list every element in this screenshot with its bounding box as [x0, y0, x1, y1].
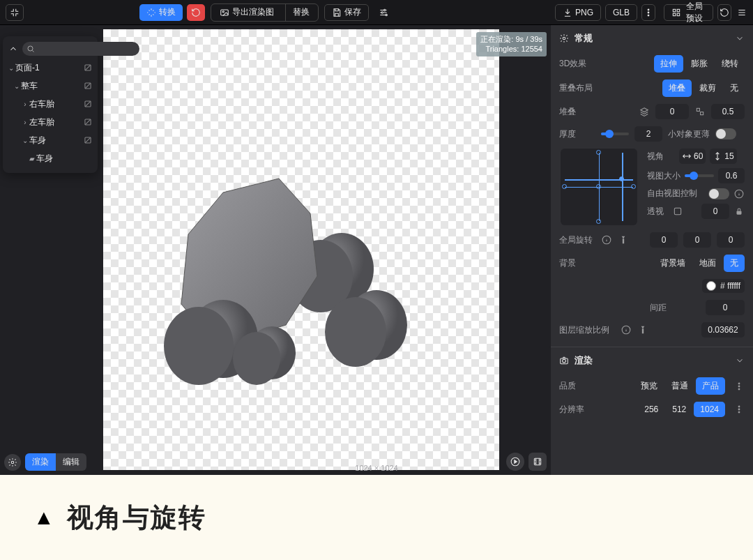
- hierarchy-item-label: 左车胎: [29, 116, 82, 128]
- svg-rect-37: [674, 208, 680, 214]
- stack-value2[interactable]: 0.5: [711, 104, 745, 119]
- info-icon[interactable]: [733, 188, 745, 199]
- freeview-toggle[interactable]: [708, 188, 729, 199]
- rot-y[interactable]: 0: [683, 232, 711, 248]
- save-label: 保存: [344, 6, 361, 18]
- section-render-title: 渲染: [575, 354, 593, 367]
- section-render-header[interactable]: 渲染: [551, 347, 753, 374]
- viewport-settings-button[interactable]: [4, 454, 21, 471]
- image-export-icon: [220, 8, 229, 17]
- rot-z[interactable]: 0: [717, 232, 745, 248]
- settings-toggle-button[interactable]: [374, 4, 393, 21]
- hierarchy-item[interactable]: ›右车胎: [3, 95, 98, 113]
- lock-icon[interactable]: [733, 206, 745, 217]
- globalrot-label: 全局旋转: [559, 234, 595, 246]
- view-h-input[interactable]: 60: [679, 149, 706, 164]
- view-v-input[interactable]: 15: [710, 149, 736, 164]
- export-group: 导出渲染图 替换: [211, 3, 319, 22]
- chevron-down-icon: ⌄: [7, 64, 15, 72]
- effect-segment[interactable]: 拉伸 膨胀 绕转: [654, 55, 745, 73]
- more-vertical-icon[interactable]: [733, 381, 745, 392]
- visibility-icon[interactable]: [82, 63, 93, 73]
- svg-rect-35: [701, 112, 703, 115]
- bg-color-field[interactable]: # ffffff: [702, 279, 745, 293]
- hierarchy-item-label: 页面-1: [15, 62, 82, 74]
- view-angle-widget[interactable]: [561, 149, 637, 225]
- more-vertical-icon[interactable]: [733, 404, 745, 415]
- render-status-time: 正在渲染: 9s / 39s: [480, 34, 542, 44]
- reset-rotation-icon[interactable]: [618, 234, 629, 245]
- svg-point-47: [738, 409, 740, 410]
- model-preview: [139, 165, 411, 388]
- svg-rect-34: [697, 108, 699, 111]
- visibility-icon[interactable]: [82, 135, 93, 145]
- thickness-label: 厚度: [559, 128, 595, 140]
- export-render-button[interactable]: 导出渲染图: [213, 4, 281, 21]
- svg-point-26: [648, 9, 649, 10]
- hierarchy-item[interactable]: ›左车胎: [3, 113, 98, 131]
- hierarchy-search-input[interactable]: [22, 42, 139, 56]
- exit-fullscreen-button[interactable]: [6, 4, 24, 21]
- gear-icon: [8, 457, 17, 467]
- perspective-value[interactable]: 0: [701, 204, 729, 219]
- layerscale-value[interactable]: 0.03662: [701, 322, 745, 338]
- global-preset-button[interactable]: 全局预设: [664, 4, 713, 21]
- stack-value[interactable]: 0: [655, 104, 689, 119]
- download-png-button[interactable]: PNG: [555, 4, 601, 21]
- refresh-panel-button[interactable]: [717, 4, 731, 21]
- svg-point-27: [648, 12, 649, 13]
- quality-segment[interactable]: 预览 普通 产品: [634, 377, 725, 395]
- hamburger-button[interactable]: [736, 4, 749, 21]
- info-icon[interactable]: [601, 234, 612, 245]
- svg-line-17: [85, 65, 91, 70]
- hierarchy-item[interactable]: ⌄页面-1: [3, 59, 98, 77]
- hierarchy-item[interactable]: ⌄整车: [3, 77, 98, 95]
- mode-switch[interactable]: 渲染 编辑: [25, 453, 86, 471]
- viewsize-value[interactable]: 0.6: [718, 168, 745, 183]
- thin-objects-toggle[interactable]: [715, 128, 736, 139]
- overlap-segment[interactable]: 堆叠 裁剪 无: [662, 80, 745, 97]
- visibility-icon[interactable]: [82, 99, 93, 109]
- svg-point-12: [233, 332, 280, 385]
- caption-band: ▲ 视角与旋转: [0, 475, 753, 560]
- hierarchy-item[interactable]: ⌄车身: [3, 131, 98, 149]
- hierarchy-item[interactable]: ▰车身: [3, 149, 98, 167]
- download-glb-button[interactable]: GLB: [605, 4, 637, 21]
- section-general-header[interactable]: 常规: [551, 25, 753, 52]
- svg-point-2: [384, 9, 386, 10]
- caption-text: 视角与旋转: [67, 500, 206, 536]
- info-icon[interactable]: [621, 324, 632, 335]
- film-button[interactable]: [528, 453, 547, 471]
- play-button[interactable]: [506, 453, 524, 471]
- visibility-icon[interactable]: [82, 117, 93, 127]
- visibility-icon[interactable]: [82, 81, 93, 91]
- chevron-down-icon: [735, 33, 745, 43]
- save-button[interactable]: 保存: [324, 4, 369, 21]
- arrows-h-icon: [682, 151, 692, 161]
- svg-rect-32: [677, 13, 680, 16]
- bg-segment[interactable]: 背景墙 地面 无: [654, 255, 745, 272]
- rot-x[interactable]: 0: [650, 232, 678, 248]
- gap-label: 间距: [650, 302, 667, 314]
- viewsize-slider[interactable]: [685, 174, 714, 177]
- download-icon: [563, 8, 572, 17]
- mode-edit[interactable]: 编辑: [56, 453, 86, 471]
- replace-button[interactable]: 替换: [285, 4, 317, 21]
- thickness-slider[interactable]: [601, 133, 629, 135]
- convert-button[interactable]: 转换: [139, 4, 183, 21]
- render-status-triangles: Triangles: 12554: [480, 44, 542, 54]
- reset-button[interactable]: [187, 4, 205, 21]
- thickness-value[interactable]: 2: [634, 126, 662, 142]
- chevron-down-icon: ⌄: [13, 82, 21, 90]
- checkbox-icon[interactable]: [672, 206, 683, 217]
- svg-line-25: [85, 137, 91, 143]
- export-menu-button[interactable]: [641, 4, 655, 21]
- mode-render[interactable]: 渲染: [25, 453, 56, 471]
- gap-value[interactable]: 0: [706, 300, 745, 315]
- reset-scale-icon[interactable]: [637, 324, 648, 335]
- collapse-hierarchy-icon[interactable]: [8, 44, 18, 54]
- overlap-label: 重叠布局: [559, 82, 595, 94]
- resolution-segment[interactable]: 256 512 1024: [638, 402, 725, 417]
- app-root: PRO 转换 导出渲染图 替换 保存: [0, 0, 753, 475]
- hierarchy-item-label: 车身: [36, 153, 93, 165]
